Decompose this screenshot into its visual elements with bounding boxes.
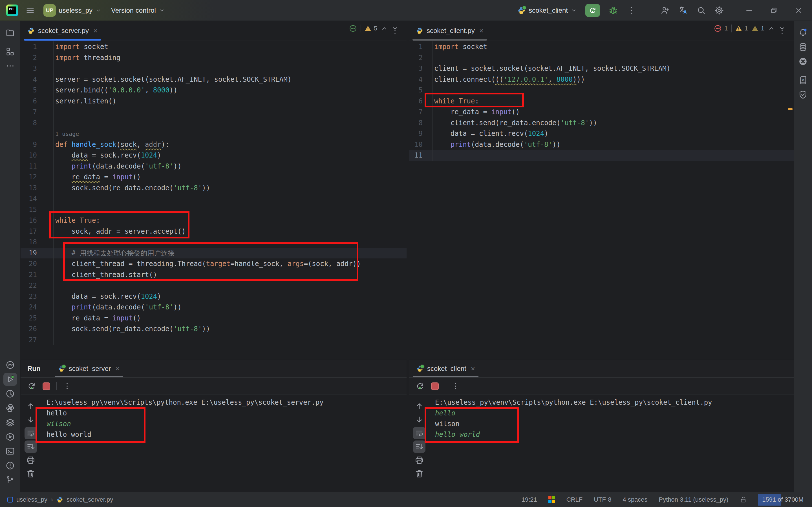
scrollbar-error-stripe-mark[interactable]	[788, 108, 793, 110]
lock-icon[interactable]	[740, 496, 747, 503]
rerun-button[interactable]	[585, 4, 600, 17]
tab-close-icon[interactable]: ×	[93, 27, 98, 35]
code-line[interactable]: 14	[20, 193, 407, 204]
windows-ime-icon[interactable]	[548, 496, 555, 503]
line-separator[interactable]: CRLF	[566, 496, 583, 503]
code-editor[interactable]: 1import socket23client = socket.socket(s…	[409, 41, 794, 359]
code-line[interactable]: 26 sock.send(re_data.encode('utf-8'))	[20, 324, 407, 335]
run-icon[interactable]	[3, 373, 17, 386]
tab-scoket-server[interactable]: scoket_server.py ×	[23, 21, 102, 41]
next-problem-icon[interactable]	[778, 25, 786, 32]
services-icon[interactable]	[3, 430, 17, 443]
more-options-icon[interactable]	[63, 382, 71, 390]
tab-close-icon[interactable]: ×	[115, 365, 119, 372]
tab-close-icon[interactable]: ×	[479, 27, 484, 35]
arrow-down-icon[interactable]	[24, 413, 37, 426]
rerun-button[interactable]	[27, 381, 36, 391]
code-line[interactable]: 13 sock.send(re_data.encode('utf-8'))	[20, 183, 407, 193]
code-line[interactable]: 12 re_data = input()	[20, 172, 407, 183]
code-editor[interactable]: 1import socket2import threading34server …	[20, 41, 407, 359]
project-widget[interactable]: UP useless_py	[43, 4, 102, 17]
translate-icon[interactable]: A	[679, 6, 688, 15]
run-configuration-selector[interactable]: scoket_client	[518, 6, 577, 15]
code-line[interactable]: 25 re_data = input()	[20, 313, 407, 324]
inspection-widget[interactable]: 5	[349, 24, 399, 33]
rerun-button[interactable]	[415, 381, 425, 391]
indent-style[interactable]: 4 spaces	[623, 496, 648, 503]
prev-problem-icon[interactable]	[768, 25, 775, 32]
code-line[interactable]: 1import socket	[409, 42, 794, 52]
file-encoding[interactable]: UTF-8	[594, 496, 611, 503]
tab-close-icon[interactable]: ×	[471, 365, 475, 372]
breadcrumb-project[interactable]: useless_py	[16, 496, 47, 503]
project-icon[interactable]	[7, 497, 13, 503]
code-line[interactable]: 10 print(data.decode('utf-8'))	[409, 139, 794, 150]
code-line[interactable]: 11 print(data.decode('utf-8'))	[20, 161, 407, 172]
python-console-icon[interactable]	[3, 402, 17, 414]
stop-button[interactable]	[431, 383, 439, 390]
pycharm-logo-icon[interactable]: PC	[6, 4, 18, 16]
code-line[interactable]: 1 usage	[20, 128, 407, 139]
code-line[interactable]: 4server = socket.socket(socket.AF_INET, …	[20, 74, 407, 85]
code-line[interactable]: 8 client.send(re_data.encode('utf-8'))	[409, 117, 794, 128]
run-tab-scoket-client[interactable]: scoket_client ×	[413, 360, 479, 377]
code-line[interactable]: 6server.listen()	[20, 96, 407, 107]
breadcrumb-file[interactable]: scoket_server.py	[66, 496, 113, 503]
folder-icon[interactable]	[3, 26, 17, 39]
debug-button[interactable]	[608, 6, 618, 15]
problems-icon[interactable]	[3, 459, 17, 472]
code-line[interactable]: 5server.bind(('0.0.0.0', 8000))	[20, 85, 407, 96]
usages-inlay-hint[interactable]: 1 usage	[55, 130, 79, 137]
settings-gear-icon[interactable]	[714, 6, 724, 15]
tab-scoket-client[interactable]: scoket_client.py ×	[411, 21, 488, 41]
code-line[interactable]: 9 data = client.recv(1024)	[409, 128, 794, 139]
code-line[interactable]: 10 data = sock.recv(1024)	[20, 150, 407, 161]
terminal-icon[interactable]	[3, 445, 17, 458]
version-control-menu[interactable]: Version control	[111, 6, 165, 14]
code-line[interactable]: 9def handle_sock(sock, addr):	[20, 139, 407, 150]
inspection-widget[interactable]: 1 1 1	[714, 24, 786, 33]
soft-wrap-icon[interactable]	[24, 427, 37, 439]
code-line[interactable]: 2import threading	[20, 52, 407, 63]
database-icon[interactable]	[796, 41, 810, 54]
window-close-button[interactable]	[791, 4, 807, 17]
arrow-up-icon[interactable]	[413, 400, 426, 412]
code-line[interactable]: 7 re_data = input()	[409, 107, 794, 117]
python-interpreter[interactable]: Python 3.11 (useless_py)	[659, 496, 728, 503]
shield-icon[interactable]	[796, 88, 810, 101]
scroll-end-icon[interactable]	[24, 441, 37, 453]
printer-icon[interactable]	[24, 454, 37, 466]
search-everywhere-icon[interactable]	[696, 6, 706, 15]
printer-icon[interactable]	[413, 454, 426, 466]
memory-indicator[interactable]: 1591 of 3700M	[758, 494, 808, 506]
notifications-icon[interactable]	[796, 26, 810, 39]
arrow-down-icon[interactable]	[413, 413, 426, 426]
code-line[interactable]: 7	[20, 107, 407, 117]
code-with-me-icon[interactable]	[660, 6, 670, 15]
code-line[interactable]: 3client = socket.socket(socket.AF_INET, …	[409, 63, 794, 74]
code-line[interactable]: 3	[20, 63, 407, 74]
coverage-icon[interactable]	[3, 387, 17, 400]
trash-icon[interactable]	[413, 467, 426, 480]
soft-wrap-icon[interactable]	[413, 427, 426, 439]
code-line[interactable]: 8	[20, 117, 407, 128]
scroll-end-icon[interactable]	[413, 441, 426, 453]
code-line[interactable]: 23 data = sock.recv(1024)	[20, 291, 407, 302]
prev-problem-icon[interactable]	[381, 25, 388, 32]
wavy-circle-icon[interactable]	[3, 358, 17, 372]
run-tab-scoket-server[interactable]: scoket_server ×	[54, 360, 124, 377]
code-line[interactable]: 2	[409, 52, 794, 63]
more-icon[interactable]	[3, 59, 17, 72]
packages-icon[interactable]	[3, 416, 17, 429]
code-line[interactable]: 4client.connect((('127.0.0.1', 8000)))	[409, 74, 794, 85]
more-options-icon[interactable]	[451, 382, 460, 390]
stop-button[interactable]	[43, 383, 50, 390]
code-line[interactable]: 22	[20, 280, 407, 291]
cursor-position[interactable]: 19:21	[522, 496, 537, 503]
git-branch-icon[interactable]	[3, 473, 17, 487]
code-line[interactable]: 24 print(data.decode('utf-8'))	[20, 302, 407, 313]
structure-icon[interactable]	[3, 45, 17, 58]
arrow-up-icon[interactable]	[24, 400, 37, 412]
code-line[interactable]: 11	[409, 150, 794, 161]
x-plugin-icon[interactable]	[796, 55, 810, 68]
